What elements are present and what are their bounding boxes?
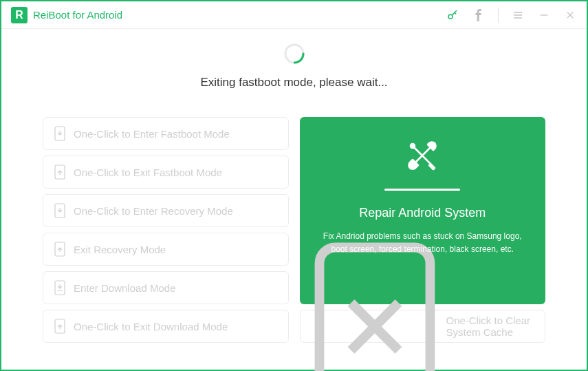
- main-content: Exiting fastboot mode, please wait... On…: [1, 29, 587, 343]
- left-column: One-Click to Enter Fastboot Mode One-Cli…: [43, 117, 289, 343]
- titlebar: R ReiBoot for Android: [1, 1, 587, 29]
- option-label: Exit Recovery Mode: [74, 244, 166, 255]
- enter-recovery-button[interactable]: One-Click to Enter Recovery Mode: [43, 194, 289, 227]
- svg-line-15: [415, 147, 431, 162]
- exit-recovery-button[interactable]: Exit Recovery Mode: [43, 233, 289, 266]
- minimize-icon[interactable]: [537, 8, 551, 22]
- option-label: One-Click to Exit Fastboot Mode: [74, 167, 222, 178]
- titlebar-divider: [498, 8, 499, 23]
- spinner-icon: [283, 43, 305, 65]
- options-grid: One-Click to Enter Fastboot Mode One-Cli…: [43, 117, 545, 343]
- phone-down-icon: [54, 203, 65, 218]
- phone-clear-icon: [312, 240, 438, 371]
- close-icon[interactable]: [563, 8, 577, 22]
- phone-up-icon: [54, 242, 65, 257]
- status-text: Exiting fastboot mode, please wait...: [200, 76, 387, 89]
- option-label: Enter Download Mode: [74, 282, 175, 294]
- status-area: Exiting fastboot mode, please wait...: [43, 43, 545, 89]
- svg-point-17: [411, 144, 415, 148]
- titlebar-left: R ReiBoot for Android: [11, 7, 122, 23]
- logo-letter: R: [15, 9, 23, 21]
- repair-title: Repair Android System: [359, 206, 486, 220]
- svg-rect-18: [319, 247, 430, 371]
- svg-point-0: [448, 14, 453, 19]
- titlebar-right: [446, 8, 577, 23]
- repair-description: Fix Andriod problems such as stuck on Sa…: [316, 230, 530, 256]
- option-label: One-Click to Enter Fastboot Mode: [74, 128, 230, 140]
- phone-download-icon: [54, 280, 65, 295]
- right-column: Repair Android System Fix Andriod proble…: [300, 117, 546, 343]
- option-label: One-Click to Exit Download Mode: [74, 321, 228, 332]
- menu-icon[interactable]: [511, 8, 525, 22]
- app-title: ReiBoot for Android: [33, 9, 122, 21]
- phone-up-icon: [54, 319, 65, 334]
- option-label: One-Click to Clear System Cache: [446, 315, 534, 338]
- app-window: R ReiBoot for Android: [0, 0, 588, 371]
- tools-icon: [403, 136, 442, 178]
- app-logo-icon: R: [11, 7, 28, 23]
- repair-divider: [384, 189, 460, 191]
- enter-fastboot-button[interactable]: One-Click to Enter Fastboot Mode: [43, 117, 289, 150]
- exit-fastboot-button[interactable]: One-Click to Exit Fastboot Mode: [43, 156, 289, 189]
- option-label: One-Click to Enter Recovery Mode: [74, 205, 233, 217]
- enter-download-button[interactable]: Enter Download Mode: [43, 271, 289, 304]
- facebook-icon[interactable]: [472, 8, 486, 22]
- key-icon[interactable]: [446, 8, 459, 22]
- clear-cache-button[interactable]: One-Click to Clear System Cache: [300, 310, 546, 343]
- phone-down-icon: [54, 126, 65, 141]
- phone-up-icon: [54, 165, 65, 180]
- exit-download-button[interactable]: One-Click to Exit Download Mode: [43, 310, 289, 343]
